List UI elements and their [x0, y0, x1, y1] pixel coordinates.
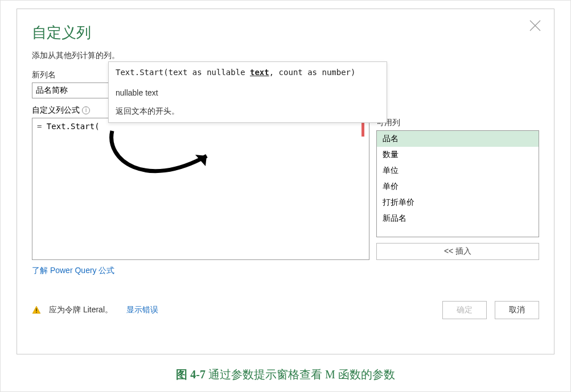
svg-rect-5: [36, 312, 37, 313]
info-icon[interactable]: i: [82, 106, 90, 114]
new-column-name-input[interactable]: [32, 82, 117, 98]
available-column-item[interactable]: 新品名: [377, 211, 539, 226]
available-column-item[interactable]: 单价: [377, 179, 539, 195]
tooltip-signature: Text.Start(text as nullable text, count …: [116, 68, 380, 77]
intellisense-tooltip: Text.Start(text as nullable text, count …: [108, 61, 387, 123]
warning-icon: [32, 306, 41, 315]
available-column-item[interactable]: 品名: [377, 131, 539, 147]
learn-pq-link[interactable]: 了解 Power Query 公式: [32, 266, 114, 275]
custom-column-dialog: 自定义列 添加从其他列计算的列。 新列名 自定义列公式 i = Text.Sta…: [17, 9, 554, 354]
available-columns-label: 可用列: [376, 118, 539, 128]
error-marker: [32, 259, 364, 262]
dialog-subtitle: 添加从其他列计算的列。: [32, 51, 539, 61]
formula-prefix: =: [37, 122, 47, 131]
tooltip-return-type: nullable text: [116, 88, 380, 97]
figure-caption: 图 4-7 通过参数提示窗格查看 M 函数的参数: [1, 367, 570, 382]
ok-button[interactable]: 确定: [442, 301, 487, 319]
tooltip-description: 返回文本的开头。: [116, 106, 380, 117]
dialog-title: 自定义列: [32, 23, 539, 43]
formula-text: Text.Start(: [47, 122, 100, 131]
svg-marker-2: [195, 155, 207, 166]
cancel-button[interactable]: 取消: [495, 301, 539, 319]
show-errors-link[interactable]: 显示错误: [126, 305, 158, 315]
formula-label: 自定义列公式: [32, 105, 80, 115]
available-column-item[interactable]: 打折单价: [377, 195, 539, 211]
available-column-item[interactable]: 数量: [377, 147, 539, 163]
available-column-item[interactable]: 单位: [377, 163, 539, 179]
formula-input[interactable]: = Text.Start(: [32, 118, 369, 260]
warning-text: 应为令牌 Literal。: [49, 305, 113, 315]
available-columns-list: 品名数量单位单价打折单价新品名: [376, 130, 539, 237]
annotation-arrow: [105, 129, 242, 191]
svg-rect-4: [36, 308, 37, 311]
close-icon[interactable]: [529, 19, 541, 32]
insert-button[interactable]: << 插入: [376, 243, 539, 260]
